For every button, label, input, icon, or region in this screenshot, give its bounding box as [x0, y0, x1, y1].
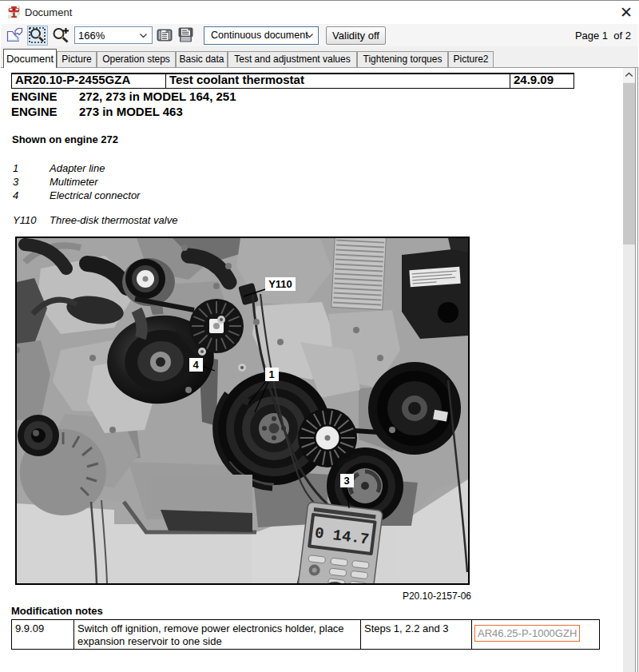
svg-text:Y110: Y110 — [268, 278, 292, 290]
svg-text:3: 3 — [343, 475, 349, 487]
svg-text:1: 1 — [268, 368, 274, 380]
svg-text:4: 4 — [192, 359, 199, 371]
